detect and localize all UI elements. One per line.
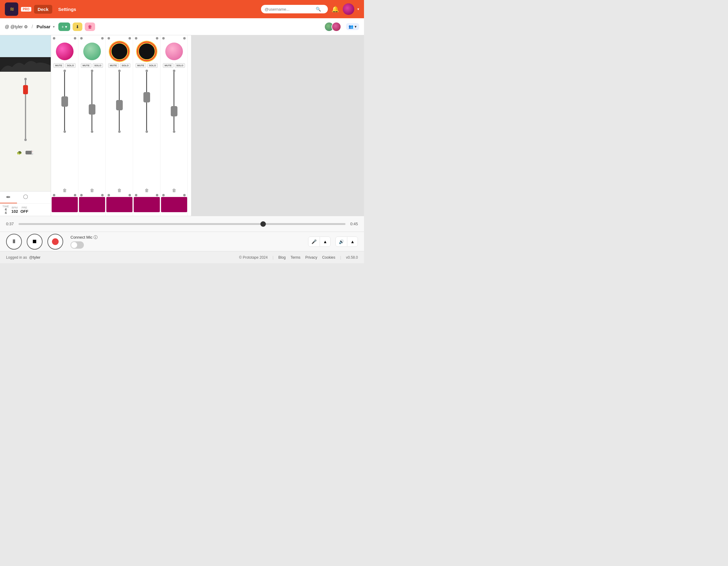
mute-button-3[interactable]: MUTE [108,63,119,68]
instrument-circle-5[interactable] [165,43,183,60]
footer-blog-link[interactable]: Blog [278,255,286,259]
mute-button-1[interactable]: MUTE [53,63,64,68]
connect-mic-info-icon[interactable]: ⓘ [94,235,98,240]
fader-track-2[interactable] [91,71,92,132]
save-to-bucket-button[interactable]: ⬇ [73,22,82,31]
fader-track-4[interactable] [146,71,147,132]
fader-handle-5[interactable] [171,106,177,116]
vol-handle[interactable] [23,85,28,94]
solo-button-5[interactable]: SOLO [175,63,185,68]
instrument-circle-3[interactable] [111,43,128,60]
stop-button[interactable]: ⏹ [27,234,43,249]
fader-handle-1[interactable] [61,96,68,107]
time-bpm-row: TIME 4 4 BPM 102 PRE OFF [0,203,51,216]
bottom-bar: ⏸ ⏹ Connect Mic ⓘ 🎤 ▲ 🔊 ▲ [0,231,364,251]
username-label[interactable]: @tyler [10,24,23,29]
ch-bottom-dots-1 [52,194,77,196]
mic-button-group: 🎤 ▲ [308,236,331,247]
vol-track [25,79,26,140]
fader-handle-3[interactable] [116,100,123,110]
delete-button[interactable]: 🗑 [85,22,95,31]
channel-delete-button-5[interactable]: 🗑 [171,187,177,194]
pause-button[interactable]: ⏸ [6,234,22,249]
top-nav: ≋ PRO Deck Settings 🔍 🔔 ▾ [0,0,364,18]
canvas-area[interactable] [191,35,364,216]
speaker-button[interactable]: 🔊 [336,237,347,246]
channel-delete-button-2[interactable]: 🗑 [89,187,95,194]
instrument-circle-4[interactable] [138,43,156,60]
fader-track-5[interactable] [173,71,174,132]
channel-block-3[interactable] [106,197,132,212]
breadcrumb-separator: / [32,24,33,29]
time-signature[interactable]: 4 4 [5,208,7,214]
solo-button-3[interactable]: SOLO [120,63,131,68]
channel-block-5[interactable] [161,197,187,212]
mic-button[interactable]: 🎤 [308,237,320,246]
tab-extra[interactable] [34,191,51,203]
tab-edit[interactable]: ✏ [0,191,17,203]
connect-mic-toggle[interactable] [70,241,84,249]
instrument-circle-2[interactable] [83,43,101,60]
fader-area-5 [162,68,186,187]
pre-value[interactable]: OFF [20,209,28,214]
edit-icon: ✏ [6,194,10,200]
channel-block-1[interactable] [52,197,78,212]
solo-button-1[interactable]: SOLO [65,63,76,68]
mute-button-4[interactable]: MUTE [136,63,146,68]
avatar[interactable] [343,3,354,15]
record-button[interactable] [47,234,63,249]
ch-b-dot-left-1 [53,194,55,196]
project-name[interactable]: Pulsar [36,24,50,29]
delete-icon: 🗑 [88,24,92,29]
solo-button-2[interactable]: SOLO [93,63,103,68]
mute-button-2[interactable]: MUTE [81,63,91,68]
eq-low-icon: 🐢 [17,150,22,155]
fader-track-1[interactable] [64,71,65,132]
fader-track-3[interactable] [119,71,120,132]
timeline-track[interactable] [19,223,345,225]
volume-slider[interactable] [25,74,26,147]
mic-dropdown-button[interactable]: ▲ [320,237,330,246]
footer-cookies-link[interactable]: Cookies [322,255,335,259]
channel-block-2[interactable] [79,197,105,212]
add-button[interactable]: + ▾ [58,22,70,31]
search-box: 🔍 [261,5,328,13]
mute-button-5[interactable]: MUTE [163,63,173,68]
project-dropdown-button[interactable]: ▾ [52,24,56,29]
ch-b-dot-right-5 [183,194,186,196]
channel-delete-button-4[interactable]: 🗑 [143,187,150,194]
footer-terms-link[interactable]: Terms [290,255,300,259]
volume-area: 🐢 🐇 [0,72,51,191]
collab-avatar-2[interactable] [331,22,341,32]
speaker-button-group: 🔊 ▲ [335,236,358,247]
logo[interactable]: ≋ [5,2,18,16]
search-input[interactable] [265,7,313,12]
search-icon[interactable]: 🔍 [316,7,321,12]
vol-dot-top [24,78,27,80]
nav-settings-button[interactable]: Settings [55,5,80,14]
channel-delete-button-1[interactable]: 🗑 [61,187,68,194]
timeline-thumb[interactable] [260,221,266,227]
nav-deck-button[interactable]: Deck [34,5,52,14]
channel-block-4[interactable] [134,197,160,212]
fader-dot-bot-3 [118,130,121,133]
fader-dot-bot-5 [173,130,175,133]
ch-b-dot-left-2 [80,194,83,196]
bpm-value[interactable]: 102 [12,209,18,214]
avatar-chevron-icon[interactable]: ▾ [357,7,359,11]
tab-drum[interactable]: 〇 [17,191,34,203]
solo-button-4[interactable]: SOLO [147,63,158,68]
channel-strip-3: MUTE SOLO 🗑 [106,35,133,216]
toggle-thumb [71,242,77,248]
eq-h-handle[interactable] [26,151,32,154]
footer-privacy-link[interactable]: Privacy [305,255,317,259]
collab-button[interactable]: 👥 ▾ [346,23,359,30]
ch-dot-left-5 [162,37,165,39]
collab-avatars [324,22,341,32]
notifications-button[interactable]: 🔔 [330,4,340,14]
fader-handle-4[interactable] [143,92,150,102]
speaker-dropdown-button[interactable]: ▲ [347,237,358,246]
fader-handle-2[interactable] [89,104,95,115]
instrument-circle-1[interactable] [56,43,74,60]
channel-delete-button-3[interactable]: 🗑 [116,187,123,194]
